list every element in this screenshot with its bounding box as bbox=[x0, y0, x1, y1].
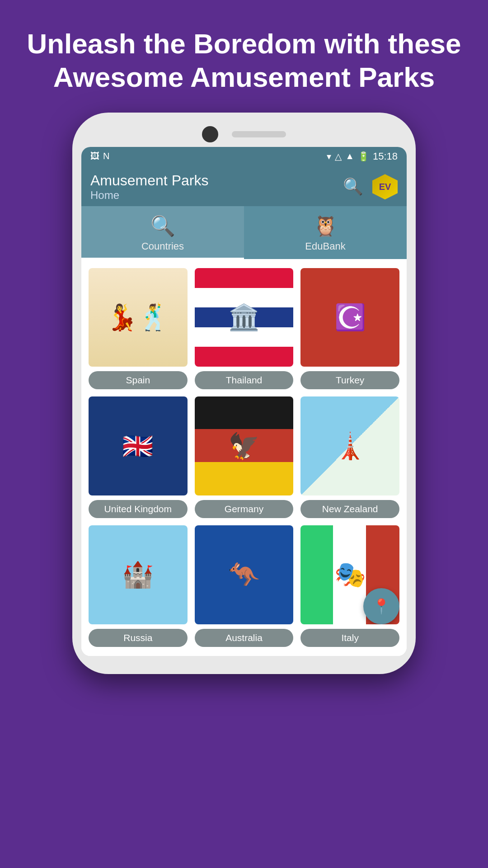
battery-icon: 🔋 bbox=[358, 151, 369, 162]
country-label-turkey: Turkey bbox=[300, 371, 399, 389]
status-bar: 🖼 N ▾ △ ▲ 🔋 15:18 bbox=[81, 147, 407, 166]
country-item-uk[interactable]: 🇬🇧 United Kingdom bbox=[89, 396, 188, 518]
search-button[interactable]: 🔍 bbox=[343, 177, 363, 196]
country-label-uk: United Kingdom bbox=[89, 500, 188, 518]
country-label-thailand: Thailand bbox=[195, 371, 294, 389]
country-item-thailand[interactable]: 🏛️ Thailand bbox=[195, 268, 294, 390]
country-label-italy: Italy bbox=[300, 629, 399, 647]
country-item-nz[interactable]: 🗼 New Zealand bbox=[300, 396, 399, 518]
app-subtitle: Home bbox=[90, 189, 208, 202]
app-bar: Amusement Parks Home 🔍 EV bbox=[81, 166, 407, 206]
fab-button[interactable]: 📍 bbox=[363, 588, 399, 624]
countries-tab-icon: 🔍 bbox=[150, 214, 175, 238]
country-item-australia[interactable]: 🦘 Australia bbox=[195, 525, 294, 647]
country-label-russia: Russia bbox=[89, 629, 188, 647]
countries-tab-label: Countries bbox=[141, 241, 184, 252]
time-display: 15:18 bbox=[373, 151, 398, 162]
tab-countries[interactable]: 🔍 Countries bbox=[81, 206, 244, 259]
country-label-spain: Spain bbox=[89, 371, 188, 389]
country-item-germany[interactable]: 🦅 Germany bbox=[195, 396, 294, 518]
tabs-bar: 🔍 Countries 🦉 EduBank bbox=[81, 206, 407, 259]
wifi-icon: ▾ bbox=[327, 151, 331, 162]
country-label-germany: Germany bbox=[195, 500, 294, 518]
content-area: 💃🕺 Spain 🏛️ Thailand ☪️ Turkey bbox=[81, 259, 407, 656]
country-item-russia[interactable]: 🏰 Russia bbox=[89, 525, 188, 647]
app-title: Amusement Parks bbox=[90, 172, 208, 189]
photo-icon: 🖼 bbox=[90, 151, 99, 161]
ev-badge[interactable]: EV bbox=[372, 174, 398, 199]
phone-screen: 🖼 N ▾ △ ▲ 🔋 15:18 Amusement Parks Home 🔍… bbox=[81, 147, 407, 656]
country-item-turkey[interactable]: ☪️ Turkey bbox=[300, 268, 399, 390]
edubank-tab-label: EduBank bbox=[305, 241, 345, 252]
country-item-italy[interactable]: 🎭 📍 Italy bbox=[300, 525, 399, 647]
n-icon: N bbox=[103, 151, 109, 161]
edubank-tab-icon: 🦉 bbox=[313, 214, 338, 238]
page-header: Unleash the Boredom with these Awesome A… bbox=[0, 0, 488, 113]
signal-icon: △ bbox=[335, 151, 342, 162]
country-label-nz: New Zealand bbox=[300, 500, 399, 518]
signal-full-icon: ▲ bbox=[345, 151, 354, 161]
country-label-australia: Australia bbox=[195, 629, 294, 647]
speaker bbox=[232, 131, 286, 137]
camera bbox=[202, 126, 218, 142]
tab-edubank[interactable]: 🦉 EduBank bbox=[244, 206, 407, 259]
phone-wrapper: 🖼 N ▾ △ ▲ 🔋 15:18 Amusement Parks Home 🔍… bbox=[72, 113, 416, 674]
country-item-spain[interactable]: 💃🕺 Spain bbox=[89, 268, 188, 390]
